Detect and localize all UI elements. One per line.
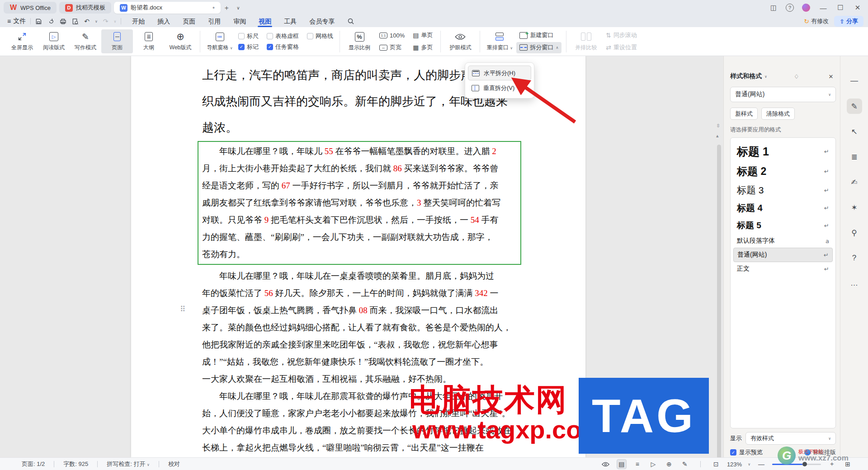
eye-mode-button[interactable]: 护眼模式 (444, 29, 476, 53)
preview-checkbox[interactable]: ✓显示预览 (730, 448, 763, 456)
effects-icon[interactable]: ✶ (847, 200, 862, 215)
find-icon[interactable]: ⚲ (847, 225, 862, 240)
ruler-checkbox[interactable]: 标尺 (238, 32, 259, 40)
page-mode-button[interactable]: 页面 (101, 29, 133, 53)
write-mode-button[interactable]: ✎ 写作模式 (70, 29, 101, 53)
page-indicator[interactable]: 页面: 1/2 (22, 460, 45, 468)
select-cursor-icon[interactable]: ↖ (847, 124, 862, 139)
redo-icon[interactable]: ↷ (103, 18, 108, 25)
read-view-icon[interactable]: ▷ (648, 459, 658, 469)
style-item[interactable]: 标题 3↵ (733, 181, 833, 199)
nav-pane-button[interactable]: ≔ 导航窗格 ∨ (204, 29, 236, 53)
outline-view-icon[interactable]: ≡ (632, 459, 642, 469)
zoom-scale-button[interactable]: % 显示比例 (344, 29, 375, 53)
export-icon[interactable] (47, 18, 54, 25)
split-window-button[interactable]: 拆分窗口∧ (516, 42, 561, 53)
web-view-icon[interactable]: ⊕ (664, 459, 674, 469)
search-icon[interactable] (347, 18, 354, 25)
panel-title-caret-icon[interactable]: ∨ (764, 75, 767, 79)
menu-tab-插入[interactable]: 插入 (151, 15, 176, 27)
table-frame-checkbox[interactable]: 表格虚框 (267, 32, 299, 40)
zoom-out-icon[interactable]: — (756, 459, 766, 469)
more-icon[interactable]: … (847, 276, 862, 291)
sign-icon[interactable]: ✍ (847, 174, 862, 190)
menu-tab-页面[interactable]: 页面 (176, 15, 202, 27)
pane-splitter-icon[interactable]: ⇳ (716, 123, 720, 129)
reset-position-button[interactable]: ⇄重设位置 (603, 42, 640, 53)
word-count[interactable]: 字数: 925 (63, 460, 88, 468)
menu-tab-会员专享[interactable]: 会员专享 (303, 15, 341, 27)
new-tab-button[interactable]: ＋ (221, 2, 232, 14)
multi-page-button[interactable]: ▦多页 (410, 42, 436, 53)
menu-tab-视图[interactable]: 视图 (252, 15, 278, 27)
menu-tab-审阅[interactable]: 审阅 (227, 15, 252, 27)
marks-checkbox[interactable]: ✓标记 (238, 43, 259, 51)
sync-scroll-button[interactable]: ⇅同步滚动 (603, 30, 640, 41)
zoom-100-button[interactable]: 1:1100% (376, 30, 408, 41)
paragraph-drag-handle[interactable]: ⠿ (180, 305, 184, 314)
print-preview-icon[interactable] (72, 18, 79, 25)
gridlines-checkbox[interactable]: 网格线 (307, 32, 333, 40)
clear-format-button[interactable]: 清除格式 (761, 108, 795, 120)
style-item[interactable]: 普通(网站)↵ (733, 248, 833, 262)
close-icon[interactable]: ✕ (850, 2, 865, 14)
new-style-button[interactable]: 新样式 (730, 108, 758, 120)
proofread-button[interactable]: 校对 (168, 460, 180, 468)
side-by-side-view-icon[interactable]: ◫ (766, 2, 781, 14)
spellcheck-status[interactable]: 拼写检查: 打开 ∨ (107, 460, 150, 468)
save-icon[interactable] (35, 18, 42, 25)
single-page-label: 单页 (421, 31, 433, 39)
menu-tab-引用[interactable]: 引用 (202, 15, 227, 27)
collapse-icon[interactable]: — (847, 73, 862, 89)
show-filter-select[interactable]: 有效样式∨ (745, 432, 836, 445)
modified-status[interactable]: ↻有修改 (804, 17, 829, 25)
titlebar-tab[interactable]: WWPS Office (4, 2, 57, 14)
fullscreen-button[interactable]: 全屏显示 (6, 29, 38, 53)
print-icon[interactable] (60, 18, 66, 25)
share-button[interactable]: ⇧分享 (834, 16, 863, 27)
adjust-icon[interactable]: ≣ (847, 149, 862, 164)
file-menu[interactable]: ≡ 文件 (7, 17, 26, 25)
undo-caret-icon[interactable]: ∨ (95, 19, 98, 24)
style-item[interactable]: 标题 1↵ (733, 141, 833, 162)
side-by-side-button[interactable]: 并排比较 (570, 29, 602, 53)
outline-button[interactable]: ≣ 大纲 (133, 29, 165, 53)
style-item[interactable]: 正文↵ (733, 262, 833, 276)
read-mode-button[interactable]: ▷ 阅读版式 (38, 29, 70, 53)
pin-icon[interactable]: ♢ (792, 73, 802, 80)
single-page-button[interactable]: ▤单页 (410, 30, 436, 41)
ai-assistant-icon[interactable] (798, 2, 814, 14)
minimize-icon[interactable]: — (816, 2, 831, 14)
redo-caret-icon[interactable]: ∨ (114, 19, 117, 24)
titlebar-tab[interactable]: D找稻壳模板 (59, 2, 111, 14)
undo-icon[interactable]: ↶ (84, 18, 90, 25)
page-width-button[interactable]: ↔页宽 (376, 42, 408, 53)
zoom-caret-icon[interactable]: ∨ (748, 462, 750, 466)
divider (121, 18, 121, 24)
menu-tab-开始[interactable]: 开始 (126, 15, 151, 27)
zoom-value[interactable]: 123% (727, 461, 742, 468)
format-pen-icon[interactable]: ✎ (847, 99, 862, 114)
style-item[interactable]: 默认段落字体a (733, 234, 833, 248)
eye-protect-icon[interactable] (601, 459, 611, 469)
close-panel-icon[interactable]: ✕ (826, 73, 836, 80)
titlebar-tab[interactable]: W盼望着.docx• (114, 2, 221, 14)
style-item[interactable]: 标题 2↵ (733, 162, 833, 181)
help-icon[interactable]: ? (786, 4, 794, 12)
fullscreen-icon[interactable]: ⊡ (711, 459, 721, 469)
scroll-up-icon[interactable]: ▴ (716, 133, 719, 139)
style-item[interactable]: 标题 4↵ (733, 199, 833, 217)
write-view-icon[interactable]: ✎ (680, 459, 690, 469)
menu-tab-工具[interactable]: 工具 (278, 15, 303, 27)
task-pane-checkbox[interactable]: ✓任务窗格 (267, 43, 299, 51)
current-style-select[interactable]: 普通(网站) ∨ (730, 87, 836, 102)
tab-list-dropdown[interactable]: ∨ (232, 2, 244, 14)
new-window-button[interactable]: ＋新建窗口 (516, 30, 561, 41)
maximize-icon[interactable]: ☐ (833, 2, 848, 14)
help-icon[interactable]: ? (847, 250, 862, 266)
vertical-scrollbar[interactable] (717, 145, 721, 457)
page-view-icon[interactable]: ▤ (617, 459, 627, 469)
web-layout-button[interactable]: ⊕ Web版式 (165, 29, 196, 53)
rearrange-windows-button[interactable]: 重排窗口 ∨ (484, 29, 515, 53)
style-item[interactable]: 标题 5↵ (733, 217, 833, 234)
